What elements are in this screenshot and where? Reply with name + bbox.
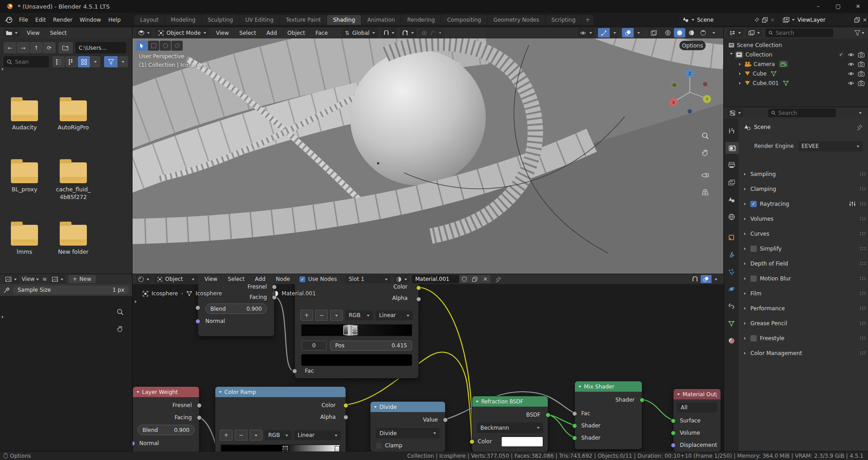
remove-viewlayer-icon[interactable]: × bbox=[863, 17, 867, 23]
node-color-ramp-floating[interactable]: Color Alpha + − RGB Linear 0 Pos bbox=[294, 284, 419, 379]
image-editor-type-button[interactable] bbox=[4, 275, 19, 283]
color-mode-dropdown[interactable]: RGB bbox=[265, 430, 292, 440]
viewport-grid-icon[interactable] bbox=[702, 189, 709, 195]
sliders-icon[interactable] bbox=[849, 201, 856, 207]
tab-geometry-nodes[interactable]: Geometry Nodes bbox=[488, 15, 545, 25]
tab-material[interactable] bbox=[726, 335, 737, 346]
vp-menu-view[interactable]: View bbox=[213, 30, 232, 36]
outliner-row-camera[interactable]: Camera bbox=[724, 59, 868, 69]
transform-orientation-dropdown[interactable]: ⇅ Global bbox=[342, 28, 378, 38]
render-engine-dropdown[interactable]: EEVEE bbox=[798, 141, 863, 152]
unlink-scene-icon[interactable]: × bbox=[770, 17, 775, 23]
thumbnail-view-button[interactable] bbox=[78, 56, 90, 67]
node-overlays-dropdown[interactable] bbox=[712, 275, 720, 283]
drag-handle[interactable] bbox=[859, 306, 866, 310]
tab-object-data[interactable] bbox=[726, 318, 737, 329]
section-freestyle[interactable]: Freestyle bbox=[743, 332, 866, 345]
scene-selector[interactable]: Scene × bbox=[679, 14, 778, 25]
node-snap-magnet-icon[interactable] bbox=[692, 276, 698, 282]
shading-rendered-button[interactable] bbox=[697, 28, 709, 38]
input-socket-color[interactable] bbox=[470, 439, 474, 444]
folder-item[interactable]: BL_proxy bbox=[5, 159, 44, 194]
section-raytracing[interactable]: Raytracing bbox=[743, 197, 866, 210]
outliner-type-button[interactable] bbox=[727, 28, 743, 37]
hamburger-icon[interactable]: ≡ bbox=[42, 276, 47, 282]
distribution-dropdown[interactable]: Beckmann bbox=[477, 422, 543, 433]
interpolation-dropdown[interactable]: Linear bbox=[294, 430, 341, 440]
filter-button[interactable] bbox=[104, 56, 118, 67]
remove-stop-button[interactable]: − bbox=[235, 430, 247, 441]
folder-item[interactable]: New folder bbox=[53, 221, 93, 256]
hide-eye-icon[interactable] bbox=[848, 81, 854, 86]
display-settings-dropdown[interactable] bbox=[90, 56, 100, 67]
render-pass-button[interactable] bbox=[648, 28, 659, 38]
expand-icon[interactable] bbox=[739, 63, 742, 66]
vp-menu-add[interactable]: Add bbox=[263, 30, 280, 36]
drag-handle[interactable] bbox=[859, 276, 866, 280]
interpolation-dropdown[interactable]: Linear bbox=[375, 310, 413, 320]
gizmo-settings-dropdown[interactable] bbox=[610, 28, 619, 38]
output-socket-alpha[interactable] bbox=[343, 415, 348, 420]
shading-wireframe-button[interactable] bbox=[662, 28, 674, 38]
vp-menu-select[interactable]: Select bbox=[236, 30, 260, 36]
input-socket[interactable] bbox=[195, 305, 200, 310]
overlays-settings-dropdown[interactable] bbox=[634, 28, 643, 38]
input-socket-volume[interactable] bbox=[671, 431, 676, 436]
drag-handle[interactable] bbox=[859, 291, 866, 295]
color-swatch[interactable] bbox=[501, 436, 543, 447]
color-ramp-gradient[interactable] bbox=[301, 324, 412, 336]
filter-settings-dropdown[interactable] bbox=[118, 56, 128, 67]
snap-target-dropdown[interactable] bbox=[400, 28, 416, 38]
section-color-management[interactable]: Color Management bbox=[743, 346, 866, 360]
image-pan-icon[interactable] bbox=[117, 326, 123, 332]
copy-viewlayer-icon[interactable] bbox=[854, 17, 860, 23]
viewport-camera-icon[interactable] bbox=[702, 173, 709, 179]
operation-dropdown[interactable]: Divide bbox=[376, 428, 440, 438]
outliner-filter-dropdown[interactable] bbox=[854, 30, 864, 36]
node-header[interactable]: Material Output bbox=[674, 389, 721, 399]
snapping-dropdown[interactable] bbox=[381, 28, 397, 38]
input-socket-displacement[interactable] bbox=[671, 443, 676, 448]
disable-render-icon[interactable] bbox=[858, 52, 864, 57]
drag-handle[interactable] bbox=[859, 321, 866, 325]
input-socket-shader-1[interactable] bbox=[572, 423, 577, 428]
tab-texture-paint[interactable]: Texture Paint bbox=[280, 15, 327, 25]
drag-handle[interactable] bbox=[859, 232, 866, 236]
breadcrumb-scene[interactable]: Scene bbox=[754, 124, 771, 130]
vp-menu-object[interactable]: Object bbox=[284, 30, 308, 36]
properties-options-dropdown[interactable] bbox=[859, 112, 862, 115]
add-workspace-button[interactable]: + bbox=[582, 15, 593, 25]
editor-type-button[interactable] bbox=[4, 28, 20, 37]
properties-search-input[interactable] bbox=[768, 109, 836, 117]
output-socket-value[interactable] bbox=[443, 417, 448, 422]
outliner-row-collection[interactable]: Collection bbox=[724, 50, 868, 59]
input-socket-normal[interactable] bbox=[133, 441, 135, 446]
section-simplify[interactable]: Simplify bbox=[743, 242, 866, 255]
vp-menu-face[interactable]: Face bbox=[312, 30, 331, 36]
blend-field[interactable]: Blend 0.900 bbox=[138, 425, 194, 435]
folder-item[interactable]: cache_fluid_4b85f272 bbox=[53, 159, 93, 201]
tab-tool[interactable] bbox=[726, 125, 737, 137]
outliner-row-cube[interactable]: Cube bbox=[724, 69, 868, 78]
close-button[interactable]: ✕ bbox=[848, 0, 868, 13]
pin-icon[interactable] bbox=[754, 17, 759, 23]
section-clamping[interactable]: Clamping bbox=[743, 182, 866, 195]
file-menu-view[interactable]: View bbox=[23, 30, 43, 36]
node-canvas[interactable]: Fresnel Facing Blend 0.900 Normal Icosph… bbox=[133, 284, 724, 451]
node-divide[interactable]: Divide Value Divide Clamp bbox=[370, 401, 446, 451]
file-menu-select[interactable]: Select bbox=[46, 30, 70, 36]
node-layer-weight[interactable]: Layer Weight Fresnel Facing Blend 0.900 … bbox=[133, 386, 199, 451]
output-socket-fresnel[interactable] bbox=[272, 285, 277, 289]
outliner-row-scene-collection[interactable]: Scene Collection bbox=[724, 40, 868, 50]
section-curves[interactable]: Curves bbox=[743, 227, 866, 240]
drag-handle[interactable] bbox=[859, 172, 866, 176]
tab-world[interactable] bbox=[726, 211, 737, 223]
gizmo-toggle-button[interactable] bbox=[598, 28, 610, 38]
hide-eye-icon[interactable] bbox=[848, 52, 854, 57]
blend-field[interactable]: Blend 0.900 bbox=[205, 304, 267, 314]
overlays-toggle-button[interactable] bbox=[622, 28, 634, 38]
ramp-handle[interactable] bbox=[335, 446, 340, 451]
tab-object[interactable] bbox=[726, 232, 737, 243]
color-mode-dropdown[interactable]: RGB bbox=[345, 310, 373, 320]
drag-handle[interactable] bbox=[859, 336, 866, 340]
